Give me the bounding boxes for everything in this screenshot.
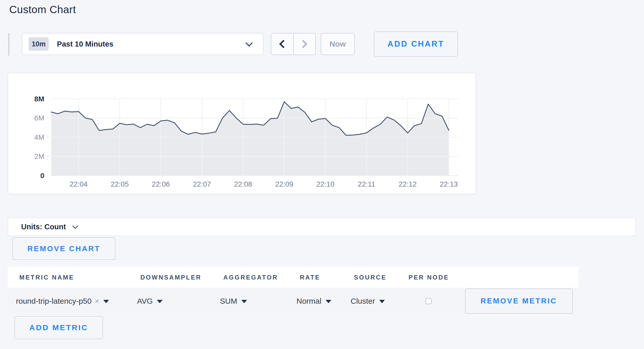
rate-value: Normal — [296, 297, 321, 306]
downsampler-dropdown[interactable]: AVG — [129, 297, 212, 306]
col-header-per-node: PER NODE — [397, 274, 454, 281]
svg-text:22:04: 22:04 — [70, 180, 88, 188]
svg-text:2M: 2M — [34, 152, 44, 160]
svg-text:22:13: 22:13 — [440, 180, 458, 188]
caret-down-icon — [379, 300, 385, 303]
next-time-button[interactable] — [293, 33, 316, 55]
source-value: Cluster — [351, 297, 375, 306]
col-header-downsampler: DOWNSAMPLER — [129, 274, 212, 281]
caret-down-icon — [103, 300, 109, 303]
rate-dropdown[interactable]: Normal — [288, 297, 342, 306]
page-title: Custom Chart — [9, 4, 76, 16]
time-range-label: Past 10 Minutes — [57, 40, 113, 48]
remove-chart-button[interactable]: REMOVE CHART — [12, 237, 115, 260]
metric-name-value: round-trip-latency-p50 — [16, 297, 91, 306]
chart-card: 02M4M6M8M22:0422:0522:0622:0722:0822:092… — [8, 73, 476, 194]
add-metric-button[interactable]: ADD METRIC — [14, 316, 103, 339]
col-header-metric-name: METRIC NAME — [8, 274, 129, 281]
timeseries-chart[interactable]: 02M4M6M8M22:0422:0522:0622:0722:0822:092… — [8, 73, 476, 194]
chevron-left-icon — [279, 40, 288, 48]
source-dropdown[interactable]: Cluster — [342, 297, 397, 306]
metrics-table: METRIC NAME DOWNSAMPLER AGGREGATOR RATE … — [8, 267, 578, 314]
chevron-down-icon — [72, 223, 78, 229]
svg-text:8M: 8M — [34, 95, 44, 103]
time-range-select[interactable]: 10m Past 10 Minutes — [22, 33, 264, 55]
svg-text:22:11: 22:11 — [358, 180, 375, 188]
metric-name-dropdown[interactable]: round-trip-latency-p50 × — [8, 297, 129, 306]
caret-down-icon — [326, 300, 331, 303]
toolbar-accent-divider — [9, 33, 9, 56]
caret-down-icon — [157, 300, 163, 303]
remove-metric-button[interactable]: REMOVE METRIC — [465, 289, 573, 314]
svg-text:22:06: 22:06 — [152, 180, 170, 188]
chevron-right-icon — [299, 40, 308, 48]
col-header-source: SOURCE — [342, 274, 397, 281]
chevron-down-icon — [245, 39, 253, 47]
per-node-cell — [397, 298, 454, 304]
downsampler-value: AVG — [137, 297, 153, 306]
add-chart-button[interactable]: ADD CHART — [374, 31, 458, 57]
prev-time-button[interactable] — [271, 33, 293, 55]
svg-text:4M: 4M — [34, 133, 44, 141]
remove-icon[interactable]: × — [95, 297, 99, 306]
svg-text:6M: 6M — [34, 114, 44, 122]
col-header-rate: RATE — [288, 274, 342, 281]
units-select[interactable]: Units: Count — [8, 217, 636, 236]
time-range-badge: 10m — [29, 37, 49, 51]
svg-text:22:05: 22:05 — [111, 180, 129, 188]
svg-text:22:10: 22:10 — [316, 180, 334, 188]
col-header-aggregator: AGGREGATOR — [212, 274, 288, 281]
svg-text:22:07: 22:07 — [193, 180, 211, 188]
row-actions-cell: REMOVE METRIC — [454, 289, 578, 314]
now-button[interactable]: Now — [321, 33, 355, 55]
aggregator-dropdown[interactable]: SUM — [212, 297, 288, 306]
svg-text:22:09: 22:09 — [275, 180, 293, 188]
metric-row: round-trip-latency-p50 × AVG SUM Normal … — [8, 288, 578, 314]
svg-text:22:08: 22:08 — [234, 180, 252, 188]
svg-text:22:12: 22:12 — [399, 180, 417, 188]
metrics-table-header: METRIC NAME DOWNSAMPLER AGGREGATOR RATE … — [8, 267, 578, 288]
per-node-checkbox[interactable] — [425, 298, 432, 304]
caret-down-icon — [241, 300, 247, 303]
time-step-buttons — [271, 33, 316, 55]
units-label: Units: Count — [21, 223, 66, 231]
custom-chart-page: Custom Chart 10m Past 10 Minutes Now ADD… — [0, 0, 644, 349]
svg-text:0: 0 — [40, 172, 44, 180]
aggregator-value: SUM — [220, 297, 237, 306]
